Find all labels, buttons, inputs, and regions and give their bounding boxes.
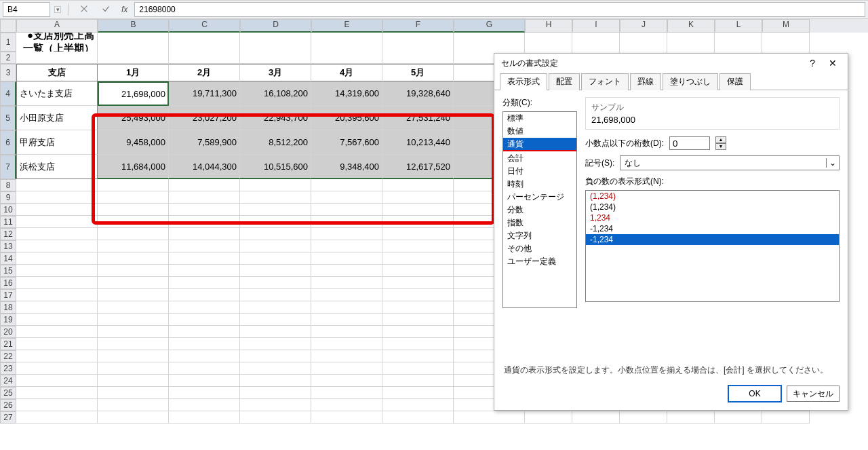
cell[interactable]	[240, 399, 311, 411]
cell[interactable]	[382, 326, 454, 338]
cell[interactable]	[169, 33, 240, 52]
cell[interactable]	[240, 252, 311, 265]
cell[interactable]	[454, 411, 525, 424]
cell[interactable]	[620, 411, 667, 424]
spin-down-icon[interactable]: ▼	[715, 143, 726, 150]
cell[interactable]	[98, 240, 169, 252]
cell[interactable]	[98, 191, 169, 204]
cell[interactable]	[16, 289, 98, 301]
cell[interactable]	[98, 375, 169, 387]
cell[interactable]	[382, 338, 454, 350]
cell[interactable]	[16, 399, 98, 411]
cell[interactable]	[169, 52, 240, 64]
row-header[interactable]: 18	[0, 301, 16, 314]
cell[interactable]	[382, 399, 454, 411]
row-header[interactable]: 19	[0, 314, 16, 326]
cell[interactable]	[311, 326, 382, 338]
cell[interactable]	[16, 387, 98, 399]
data-cell[interactable]: 27,531,240	[382, 106, 454, 130]
cell[interactable]	[240, 277, 311, 289]
cell[interactable]	[240, 216, 311, 228]
cell[interactable]	[525, 33, 572, 52]
cell[interactable]	[98, 350, 169, 362]
row-header[interactable]: 9	[0, 191, 16, 204]
cell[interactable]	[98, 338, 169, 350]
category-item[interactable]: パーセンテージ	[503, 191, 576, 204]
cell[interactable]	[240, 387, 311, 399]
cell[interactable]	[240, 362, 311, 375]
cell[interactable]	[16, 338, 98, 350]
cell[interactable]	[98, 399, 169, 411]
cell[interactable]	[715, 411, 762, 424]
column-header[interactable]: L	[715, 19, 762, 33]
cell[interactable]	[169, 338, 240, 350]
row-header[interactable]: 8	[0, 179, 16, 191]
negative-format-item[interactable]: 1,234	[586, 212, 839, 223]
cell[interactable]	[98, 216, 169, 228]
cell[interactable]	[525, 411, 572, 424]
cell[interactable]	[240, 314, 311, 326]
cell[interactable]	[240, 411, 311, 424]
cell[interactable]	[382, 314, 454, 326]
cell[interactable]	[169, 314, 240, 326]
cell[interactable]	[169, 277, 240, 289]
cell[interactable]	[311, 362, 382, 375]
cell[interactable]	[16, 240, 98, 252]
cell[interactable]	[382, 277, 454, 289]
cell[interactable]	[16, 326, 98, 338]
cell[interactable]	[620, 33, 667, 52]
column-header[interactable]: F	[382, 19, 454, 33]
cell[interactable]	[715, 33, 762, 52]
cell[interactable]	[382, 265, 454, 277]
data-cell[interactable]: 10,515,600	[240, 155, 311, 179]
data-cell[interactable]: 11,684,000	[98, 155, 169, 179]
title-cell[interactable]: ●支店別売上高一覧（上半期）	[16, 33, 98, 52]
cell[interactable]	[311, 277, 382, 289]
cell[interactable]	[98, 411, 169, 424]
cell[interactable]	[382, 33, 454, 52]
cell[interactable]	[169, 228, 240, 240]
cell[interactable]	[240, 338, 311, 350]
cell[interactable]	[572, 33, 620, 52]
data-cell[interactable]: 19,328,640	[382, 81, 454, 106]
cell[interactable]	[16, 314, 98, 326]
cell[interactable]	[311, 240, 382, 252]
data-cell[interactable]: 22,943,700	[240, 106, 311, 130]
cell[interactable]	[169, 362, 240, 375]
cell[interactable]	[16, 191, 98, 204]
cell[interactable]	[169, 240, 240, 252]
cell[interactable]	[98, 362, 169, 375]
help-icon[interactable]: ?	[806, 56, 819, 70]
cell[interactable]	[16, 350, 98, 362]
close-icon[interactable]: ✕	[825, 56, 841, 70]
row-header[interactable]: 21	[0, 338, 16, 350]
cell[interactable]	[382, 179, 454, 191]
cell[interactable]	[16, 375, 98, 387]
column-header[interactable]: E	[311, 19, 382, 33]
cell[interactable]	[311, 314, 382, 326]
data-cell[interactable]: 21,698,000	[98, 81, 169, 106]
category-list[interactable]: 標準数値通貨会計日付時刻パーセンテージ分数指数文字列その他ユーザー定義	[502, 111, 577, 308]
branch-name-cell[interactable]: さいたま支店	[16, 81, 98, 106]
cell[interactable]	[311, 411, 382, 424]
data-cell[interactable]: 23,027,200	[169, 106, 240, 130]
row-header[interactable]: 12	[0, 228, 16, 240]
data-cell[interactable]: 19,711,300	[169, 81, 240, 106]
cell[interactable]	[98, 265, 169, 277]
cell[interactable]	[240, 179, 311, 191]
cell[interactable]	[311, 216, 382, 228]
cell[interactable]	[169, 411, 240, 424]
cell[interactable]	[240, 350, 311, 362]
row-header[interactable]: 16	[0, 277, 16, 289]
data-cell[interactable]: 14,319,600	[311, 81, 382, 106]
cell[interactable]	[382, 228, 454, 240]
cell[interactable]	[98, 301, 169, 314]
column-header[interactable]: G	[454, 19, 525, 33]
column-header[interactable]: I	[572, 19, 620, 33]
branch-name-cell[interactable]: 小田原支店	[16, 106, 98, 130]
month-header[interactable]: 5月	[382, 64, 454, 81]
category-item[interactable]: 日付	[503, 165, 576, 178]
category-item[interactable]: 通貨	[503, 138, 576, 151]
category-item[interactable]: 会計	[503, 152, 576, 165]
row-header[interactable]: 26	[0, 399, 16, 411]
